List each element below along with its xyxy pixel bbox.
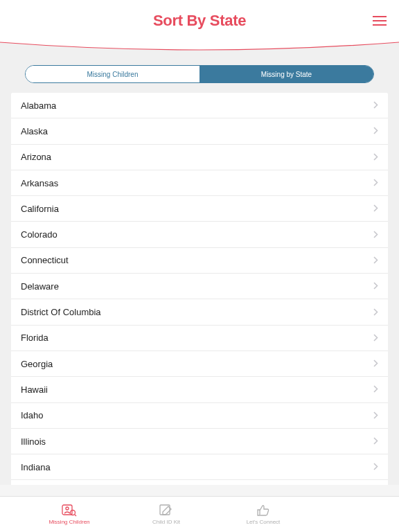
app-header: Sort By State	[0, 0, 399, 42]
chevron-right-icon	[373, 461, 378, 473]
state-row[interactable]: Georgia	[11, 351, 388, 377]
state-row[interactable]: California	[11, 196, 388, 222]
state-row[interactable]: Colorado	[11, 222, 388, 247]
state-label: Idaho	[21, 410, 44, 420]
state-row[interactable]: Indiana	[11, 454, 388, 480]
chevron-right-icon	[373, 357, 378, 370]
chevron-right-icon	[373, 99, 378, 112]
chevron-right-icon	[373, 435, 378, 447]
state-row[interactable]: Arizona	[11, 145, 388, 170]
chevron-right-icon	[373, 383, 378, 396]
edit-document-icon	[159, 504, 174, 517]
state-row[interactable]: Illinois	[11, 429, 388, 454]
state-label: District Of Columbia	[21, 307, 101, 317]
chevron-right-icon	[373, 229, 378, 241]
segment-missing-by-state[interactable]: Missing by State	[200, 66, 373, 82]
state-row[interactable]: District Of Columbia	[11, 299, 388, 325]
hamburger-menu-button[interactable]	[373, 16, 387, 26]
tab-label: Child ID Kit	[152, 519, 180, 525]
state-row[interactable]: Delaware	[11, 274, 388, 299]
state-row[interactable]: Alaska	[11, 118, 388, 144]
state-label: Arkansas	[21, 178, 58, 188]
segment-control: Missing Children Missing by State	[25, 65, 374, 83]
segment-missing-children[interactable]: Missing Children	[26, 66, 200, 82]
state-label: California	[21, 204, 59, 214]
state-label: Indiana	[21, 462, 51, 472]
state-label: Illinois	[21, 436, 46, 447]
state-label: Hawaii	[21, 384, 48, 395]
main-content: Missing Children Missing by State Alabam…	[0, 51, 399, 485]
chevron-right-icon	[373, 280, 378, 292]
state-label: Alaska	[21, 126, 48, 136]
svg-point-2	[71, 510, 76, 515]
chevron-right-icon	[373, 151, 378, 163]
state-label: Arizona	[21, 152, 51, 162]
state-row[interactable]: Connecticut	[11, 248, 388, 274]
state-label: Florida	[21, 332, 48, 343]
svg-line-3	[75, 514, 77, 516]
tab-lets-connect[interactable]: Let's Connect	[229, 497, 298, 532]
state-row[interactable]: Hawaii	[11, 377, 388, 402]
state-label: Connecticut	[21, 255, 69, 265]
tab-missing-children[interactable]: Missing Children	[35, 497, 104, 532]
chevron-right-icon	[373, 254, 378, 267]
state-list: AlabamaAlaskaArizonaArkansasCaliforniaCo…	[11, 93, 388, 485]
chevron-right-icon	[373, 306, 378, 319]
state-row[interactable]: Alabama	[11, 93, 388, 118]
state-label: Delaware	[21, 281, 59, 292]
tab-child-id-kit[interactable]: Child ID Kit	[132, 497, 201, 532]
tab-label: Let's Connect	[247, 519, 281, 525]
state-label: Alabama	[21, 100, 56, 111]
header-curve	[0, 42, 399, 51]
chevron-right-icon	[373, 177, 378, 189]
bottom-tab-bar: Missing Children Child ID Kit Let's Conn…	[0, 496, 399, 532]
tab-label: Missing Children	[48, 519, 89, 525]
state-label: Georgia	[21, 359, 53, 369]
chevron-right-icon	[373, 125, 378, 137]
chevron-right-icon	[373, 332, 378, 344]
state-row[interactable]: Florida	[11, 326, 388, 351]
thumbs-up-icon	[256, 504, 271, 517]
hamburger-icon	[373, 16, 387, 17]
state-row[interactable]: Idaho	[11, 403, 388, 429]
state-label: Colorado	[21, 229, 57, 240]
page-title: Sort By State	[153, 12, 246, 30]
state-row[interactable]: Arkansas	[11, 170, 388, 196]
chevron-right-icon	[373, 409, 378, 422]
search-person-icon	[62, 504, 77, 517]
state-row[interactable]: Iowa	[11, 480, 388, 485]
chevron-right-icon	[373, 202, 378, 215]
svg-point-1	[66, 507, 69, 510]
